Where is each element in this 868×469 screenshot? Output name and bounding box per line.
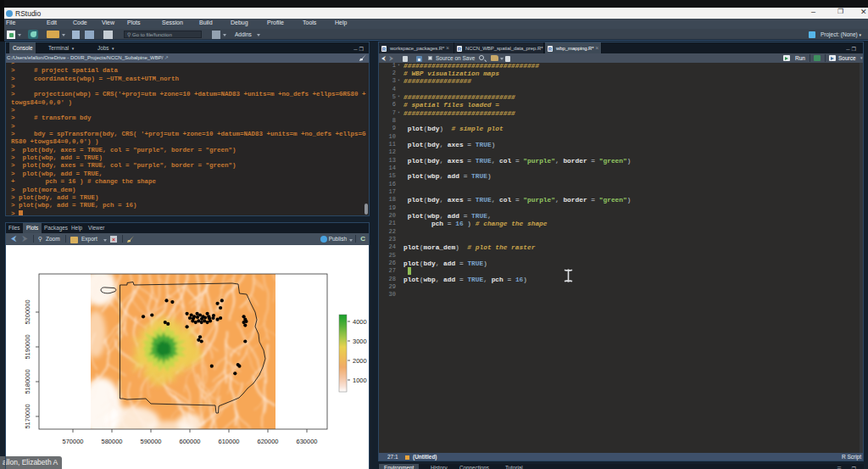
svg-text:3000: 3000	[353, 338, 367, 345]
svg-text:590000: 590000	[140, 438, 161, 445]
svg-text:580000: 580000	[101, 438, 122, 445]
svg-text:630000: 630000	[296, 438, 317, 445]
svg-text:1000: 1000	[353, 377, 367, 384]
svg-text:620000: 620000	[257, 438, 278, 445]
svg-text:5190000: 5190000	[24, 334, 31, 359]
svg-text:5180000: 5180000	[24, 369, 31, 394]
svg-text:600000: 600000	[179, 438, 200, 445]
svg-text:570000: 570000	[62, 438, 83, 445]
svg-text:610000: 610000	[218, 438, 239, 445]
svg-text:5170000: 5170000	[24, 404, 31, 428]
svg-text:4000: 4000	[353, 318, 367, 326]
svg-text:5200000: 5200000	[24, 299, 31, 324]
svg-text:2000: 2000	[353, 357, 367, 365]
